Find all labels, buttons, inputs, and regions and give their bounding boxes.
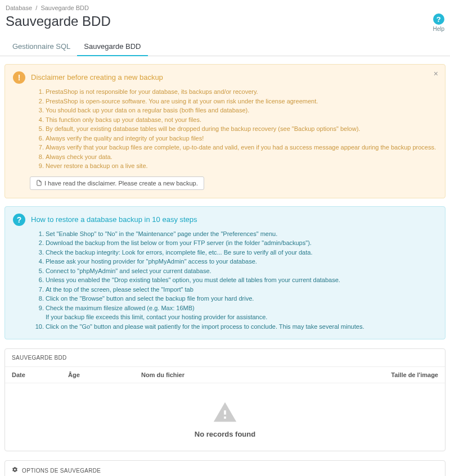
close-icon[interactable]: × — [434, 69, 438, 78]
gear-icon — [12, 466, 18, 473]
list-item: Click on the "Go" button and please wait… — [46, 322, 437, 332]
backup-options-panel: OPTIONS DE SAUVEGARDE Ignorer les tables… — [4, 460, 446, 476]
list-item: This function only backs up your databas… — [46, 115, 437, 125]
create-backup-button[interactable]: I have read the disclaimer. Please creat… — [30, 176, 204, 190]
breadcrumb-root[interactable]: Database — [6, 4, 32, 11]
list-item: Unless you enabled the "Drop existing ta… — [46, 275, 437, 285]
page-title: Sauvegarde BDD — [6, 13, 433, 29]
breadcrumb-current: Sauvegarde BDD — [40, 4, 89, 11]
list-item: Always verify the quality and integrity … — [46, 134, 437, 143]
list-item: Check the maximum filesize allowed (e.g.… — [46, 303, 437, 322]
list-item: Click on the "Browse" button and select … — [46, 294, 437, 303]
breadcrumb: Database / Sauvegarde BDD — [0, 0, 450, 13]
column-date[interactable]: Date — [12, 371, 68, 378]
create-backup-label: I have read the disclaimer. Please creat… — [44, 180, 198, 187]
disclaimer-alert: × ! Disclaimer before creating a new bac… — [4, 64, 446, 198]
list-item: Connect to "phpMyAdmin" and select your … — [46, 266, 437, 276]
backup-listing-panel: SAUVEGARDE BDD Date Âge Nom du fichier T… — [4, 348, 446, 451]
options-heading: OPTIONS DE SAUVEGARDE — [5, 461, 445, 476]
column-size[interactable]: Taille de l'image — [371, 371, 438, 378]
list-item: Set "Enable Shop" to "No" in the "Mainte… — [46, 229, 437, 239]
list-item: By default, your existing database table… — [46, 124, 437, 134]
disclaimer-title: Disclaimer before creating a new backup — [13, 71, 437, 84]
restore-list: Set "Enable Shop" to "No" in the "Mainte… — [38, 229, 437, 332]
disclaimer-list: PrestaShop is not responsible for your d… — [38, 87, 437, 171]
list-item: Always verify that your backup files are… — [46, 143, 437, 152]
list-item: Please ask your hosting provider for "ph… — [46, 257, 437, 266]
tab-sql-manager[interactable]: Gestionnaire SQL — [6, 38, 77, 56]
tab-db-backup[interactable]: Sauvegarde BDD — [77, 38, 147, 56]
list-item: Download the backup from the list below … — [46, 238, 437, 248]
column-filename[interactable]: Nom du fichier — [141, 371, 371, 378]
restore-alert: ? How to restore a database backup in 10… — [4, 206, 446, 340]
tabs: Gestionnaire SQL Sauvegarde BDD — [0, 38, 450, 56]
list-item: Never restore a backup on a live site. — [46, 161, 437, 171]
list-item: PrestaShop is not responsible for your d… — [46, 87, 437, 97]
table-header: Date Âge Nom du fichier Taille de l'imag… — [5, 366, 445, 383]
list-item: Always check your data. — [46, 152, 437, 162]
column-age[interactable]: Âge — [68, 371, 141, 378]
list-item: Check the backup integrity: Look for err… — [46, 248, 437, 257]
document-icon — [36, 180, 42, 186]
restore-title: How to restore a database backup in 10 e… — [13, 214, 437, 226]
help-icon: ? — [433, 13, 444, 25]
list-item: At the top of the screen, please select … — [46, 285, 437, 294]
help-button[interactable]: ? Help — [433, 13, 444, 32]
list-item: PrestaShop is open-source software. You … — [46, 97, 437, 106]
list-item: You should back up your data on a regula… — [46, 106, 437, 115]
help-label: Help — [433, 26, 444, 32]
listing-heading: SAUVEGARDE BDD — [5, 349, 445, 366]
empty-text: No records found — [5, 430, 445, 438]
info-icon: ? — [13, 214, 25, 226]
empty-state: No records found — [5, 383, 445, 451]
warning-triangle-icon — [213, 400, 237, 425]
warning-icon: ! — [13, 71, 25, 84]
